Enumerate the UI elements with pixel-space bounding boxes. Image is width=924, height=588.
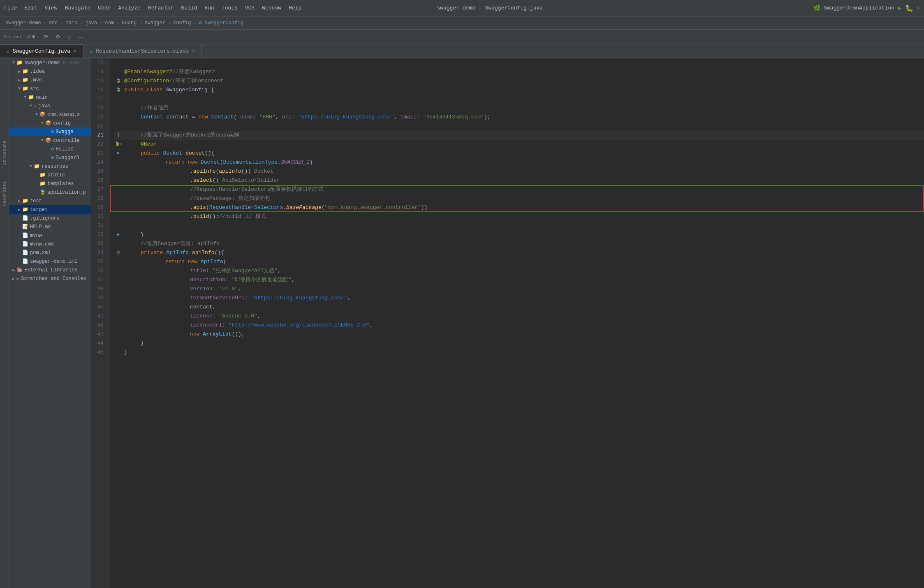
structure-label[interactable]: Structure (2, 141, 7, 165)
toolbar-recent-files[interactable]: P▼ (25, 33, 39, 41)
code-line-16: 🍃 public class SwaggerConfig { (114, 86, 924, 95)
expand-arrow-external[interactable]: ▶ (11, 268, 16, 273)
main-layout: Structure Favorites ▼ 📁 swagger-demo D:\… (0, 58, 924, 588)
tree-item-static[interactable]: 📁 static (9, 171, 91, 179)
menu-bar[interactable]: File Edit View Navigate Code Analyze Ref… (4, 5, 301, 11)
tree-item-java[interactable]: ▼ ☕ java (9, 102, 91, 110)
tab-close-1[interactable]: ✕ (74, 49, 76, 54)
expand-arrow-config[interactable]: ▼ (39, 121, 45, 125)
tree-item-main[interactable]: ▼ 📁 main (9, 93, 91, 102)
tree-item-iml[interactable]: 📄 swagger-demo.iml (9, 257, 91, 266)
class-icon-helloc: ⚙ (51, 146, 54, 152)
fn-docket: docket (185, 150, 205, 156)
tree-item-swagger-demo[interactable]: ▼ 📁 swagger-demo D:\HHH (9, 58, 91, 67)
toolbar-gear[interactable]: ⚙ (53, 33, 63, 41)
expand-arrow-package[interactable]: ▼ (34, 112, 39, 117)
breadcrumb-java[interactable]: java (85, 20, 97, 26)
tree-item-config[interactable]: ▼ 📦 config (9, 119, 91, 127)
toolbar-collapse[interactable]: — (75, 33, 86, 41)
menu-view[interactable]: View (44, 5, 57, 11)
tree-item-scratches[interactable]: ▶ ✏️ Scratches and Consoles (9, 274, 91, 283)
tree-item-target[interactable]: ▶ 📁 target (9, 205, 91, 214)
ln-15: 15 (91, 76, 107, 86)
expand-arrow-main[interactable]: ▼ (22, 95, 28, 100)
expand-arrow-controller[interactable]: ▼ (39, 138, 45, 143)
breadcrumb-com[interactable]: com (105, 20, 114, 26)
code-line-19: Contact contact = new Contact( name: "HH… (114, 113, 924, 122)
tree-item-test[interactable]: ▶ 📁 test (9, 197, 91, 205)
expand-arrow-target[interactable]: ▶ (16, 207, 22, 212)
tree-label-iml: swagger-demo.iml (30, 259, 77, 264)
expand-arrow-test[interactable]: ▶ (16, 199, 22, 204)
ln-19: 19 (91, 113, 107, 122)
menu-help[interactable]: Help (289, 5, 301, 11)
breadcrumb-config[interactable]: config (173, 20, 191, 26)
run-with-coverage-button[interactable]: ⚡ (917, 5, 920, 12)
tree-item-external-libs[interactable]: ▶ 📚 External Libraries (9, 266, 91, 274)
toolbar-expand[interactable]: ↕ (65, 33, 73, 41)
tree-item-idea[interactable]: ▶ 📁 .idea (9, 67, 91, 76)
code-line-13 (114, 58, 924, 67)
menu-refactor[interactable]: Refactor (148, 5, 174, 11)
breadcrumb-main[interactable]: main (65, 20, 77, 26)
tree-item-helpmd[interactable]: 📝 HELP.md (9, 222, 91, 231)
tab-close-2[interactable]: ✕ (192, 49, 195, 54)
code-line-20 (114, 122, 924, 131)
menu-window[interactable]: Window (262, 5, 281, 11)
menu-code[interactable]: Code (98, 5, 111, 11)
tree-item-mvnw[interactable]: 📄 mvnw (9, 231, 91, 240)
tab-swaggerconfig[interactable]: ☕ SwaggerConfig.java ✕ (0, 44, 83, 58)
expand-arrow-mvn[interactable]: ▶ (16, 78, 22, 83)
expand-arrow-resources[interactable]: ▼ (28, 164, 34, 169)
expand-arrow-swagger-demo[interactable]: ▼ (11, 60, 16, 65)
expand-arrow-scratches[interactable]: ▶ (11, 276, 16, 281)
tree-label-target: target (30, 207, 48, 213)
tree-item-package[interactable]: ▼ 📦 com.kuang.s (9, 110, 91, 119)
tab-requesthandler[interactable]: ☕ RequestHandlerSelectors.class ✕ (83, 44, 202, 58)
breadcrumb-class[interactable]: ⚙ SwaggerConfig (199, 20, 243, 26)
resources-icon: 📁 (34, 163, 40, 169)
tree-item-mvn[interactable]: ▶ 📁 .mvn (9, 76, 91, 84)
ln-17: 17 (91, 95, 107, 104)
left-gutter: Structure Favorites (0, 58, 9, 588)
ln-33: 33 (91, 239, 107, 248)
tree-item-gitignore[interactable]: 📄 .gitignore (9, 214, 91, 222)
menu-navigate[interactable]: Navigate (65, 5, 90, 11)
favorites-label[interactable]: Favorites (2, 181, 7, 206)
ln-21: 21 (91, 131, 107, 140)
folder-icon-main: 📁 (28, 94, 34, 100)
expand-arrow-src[interactable]: ▼ (16, 86, 22, 91)
gutter-22: 🍃✤ (114, 140, 123, 149)
tree-item-src[interactable]: ▼ 📁 src (9, 84, 91, 93)
menu-vcs[interactable]: VCS (245, 5, 255, 11)
tree-item-helloc[interactable]: ⚙ HelloC (9, 145, 91, 153)
tree-item-pomxml[interactable]: 📄 pom.xml (9, 248, 91, 257)
menu-edit[interactable]: Edit (24, 5, 37, 11)
menu-build[interactable]: Build (181, 5, 197, 11)
tree-item-templates[interactable]: 📁 templates (9, 179, 91, 188)
gutter-15: 🍃 (114, 76, 123, 86)
toolbar-sync[interactable]: ⟳ (41, 33, 51, 41)
tree-item-swaggerd[interactable]: ⚙ SwaggerD (9, 153, 91, 162)
run-config-area: 🌿 SwaggerDemoApplication ▶ 🐛 ⚡ (813, 4, 920, 12)
tree-item-application[interactable]: 🍃 application.p (9, 188, 91, 197)
code-line-15: 🍃 @Configuration//等价于@Component (114, 76, 924, 86)
menu-tools[interactable]: Tools (222, 5, 238, 11)
tree-item-swaggerconfig[interactable]: ⚙ Swagge (9, 127, 91, 136)
run-button[interactable]: ▶ (898, 4, 902, 12)
breadcrumb-kuang[interactable]: kuang (122, 20, 137, 26)
run-config-name[interactable]: SwaggerDemoApplication (824, 5, 894, 11)
menu-file[interactable]: File (4, 5, 17, 11)
expand-arrow-java[interactable]: ▼ (28, 104, 34, 108)
tree-item-mvnwcmd[interactable]: 📄 mvnw.cmd (9, 240, 91, 248)
breadcrumb-project[interactable]: swagger-demo (5, 20, 41, 26)
tree-item-resources[interactable]: ▼ 📁 resources (9, 162, 91, 171)
menu-analyze[interactable]: Analyze (118, 5, 141, 11)
debug-button[interactable]: 🐛 (905, 4, 913, 12)
breadcrumb-src[interactable]: src (49, 20, 58, 26)
expand-arrow-idea[interactable]: ▶ (16, 69, 22, 74)
menu-run[interactable]: Run (204, 5, 214, 11)
tree-item-controller[interactable]: ▼ 📦 controlle (9, 136, 91, 145)
breadcrumb-swagger[interactable]: swagger (145, 20, 165, 26)
code-editor[interactable]: @EnableSwagger2//开启Swagger2 🍃 @Configura… (110, 58, 924, 588)
